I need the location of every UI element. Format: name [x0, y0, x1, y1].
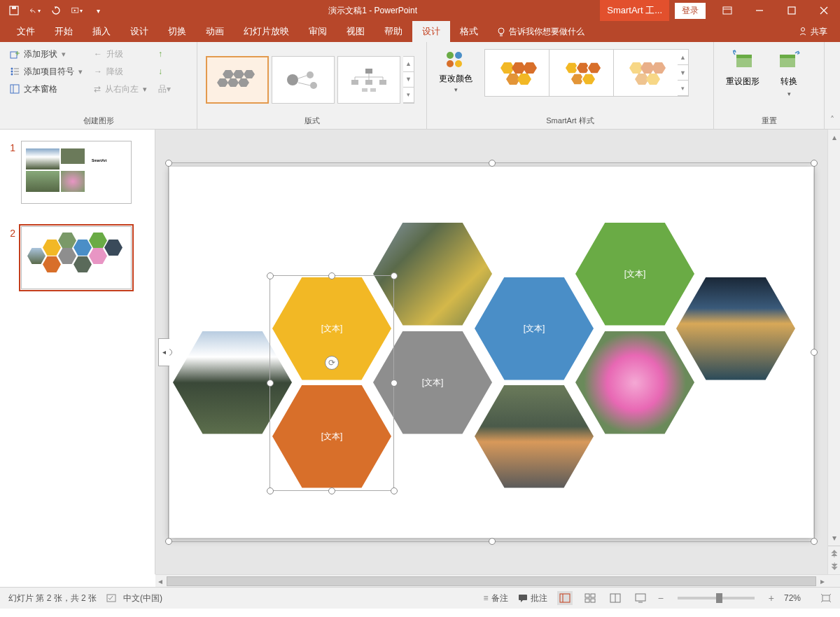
rtl-button: ⇄从右向左▾ [91, 81, 150, 97]
bullet-icon [10, 67, 20, 76]
rtl-label: 从右向左 [105, 83, 139, 95]
tab-transitions[interactable]: 切换 [158, 21, 196, 42]
share-button[interactable]: 共享 [785, 26, 840, 38]
slideshow-view-icon[interactable] [633, 591, 648, 605]
tab-insert[interactable]: 插入 [83, 21, 120, 42]
style-1[interactable] [484, 49, 549, 97]
language-status[interactable]: 中文(中国) [123, 592, 162, 604]
demote-button: →降级 [91, 64, 150, 79]
slide-thumbnails: 1 SmartArt 2 [0, 130, 155, 574]
tab-design[interactable]: 设计 [120, 21, 158, 42]
vertical-scrollbar[interactable]: ▴ ▾ ⯭ ⯯ [827, 130, 840, 574]
add-shape-label: 添加形状 [24, 48, 57, 60]
zoom-value[interactable]: 72% [784, 593, 811, 603]
tab-file[interactable]: 文件 [7, 21, 45, 42]
layout-hierarchy[interactable] [337, 56, 400, 104]
login-button[interactable]: 登录 [675, 3, 706, 19]
tab-review[interactable]: 审阅 [299, 21, 337, 42]
minimize-icon[interactable] [743, 0, 776, 21]
svg-rect-38 [379, 80, 386, 85]
maximize-icon[interactable] [776, 0, 808, 21]
ribbon: 添加形状▾ 添加项目符号▾ 文本窗格 ←升级 →降级 ⇄从右向左▾ ↑ ↓ 品▾… [0, 42, 840, 130]
zoom-out-icon[interactable]: − [658, 592, 664, 604]
group-create-graphic: 添加形状▾ 添加项目符号▾ 文本窗格 ←升级 →降级 ⇄从右向左▾ ↑ ↓ 品▾… [0, 42, 197, 129]
spellcheck-icon[interactable] [106, 593, 118, 603]
redo-icon[interactable] [50, 5, 62, 16]
comments-label: 批注 [531, 592, 547, 604]
slide[interactable]: ◂ [文本] [文本] [文本] [文本] [文本] ⟳ [169, 167, 813, 538]
share-label: 共享 [811, 26, 827, 38]
svg-rect-22 [10, 85, 19, 93]
svg-rect-71 [560, 594, 570, 602]
rotate-handle-icon[interactable]: ⟳ [325, 356, 339, 370]
svg-rect-36 [351, 80, 358, 85]
reset-graphic-button[interactable]: 重设图形 [722, 49, 763, 88]
slide-thumb-1[interactable]: SmartArt [21, 141, 132, 204]
status-bar: 幻灯片 第 2 张，共 2 张 中文(中国) ≡备注 批注 − + 72% [0, 587, 840, 609]
convert-label: 转换 [780, 76, 797, 88]
svg-line-33 [298, 76, 307, 78]
svg-rect-13 [10, 52, 17, 58]
undo-icon[interactable]: ▾ [29, 5, 41, 16]
slide-canvas[interactable]: ◂ [文本] [文本] [文本] [文本] [文本] ⟳ [155, 130, 827, 574]
style-2[interactable] [549, 49, 613, 97]
layout-cycle[interactable] [272, 56, 335, 104]
hex-green-text: [文本] [624, 268, 646, 280]
svg-point-12 [802, 28, 805, 32]
save-icon[interactable] [8, 5, 20, 16]
tab-home[interactable]: 开始 [45, 21, 83, 42]
zoom-slider[interactable] [678, 597, 755, 599]
layout-hexagon[interactable] [206, 56, 269, 104]
tab-animations[interactable]: 动画 [196, 21, 234, 42]
svg-point-32 [310, 82, 317, 89]
styles-scroll[interactable]: ▲▼▾ [678, 49, 689, 97]
group-smartart-styles: 更改颜色 ▾ ▲▼▾ SmartArt 样式 [427, 42, 714, 129]
normal-view-icon[interactable] [557, 591, 573, 605]
customize-qat-icon[interactable]: ▾ [92, 5, 104, 16]
style-3[interactable] [613, 49, 678, 97]
collapse-ribbon-icon[interactable]: ˄ [825, 42, 840, 129]
fit-to-window-icon[interactable] [820, 593, 832, 603]
convert-icon [777, 49, 801, 73]
reading-view-icon[interactable] [608, 591, 623, 605]
title-right: SmartArt 工... 登录 [600, 0, 840, 21]
start-from-beginning-icon[interactable]: ▾ [71, 5, 83, 16]
change-colors-label: 更改颜色 [439, 74, 472, 83]
add-shape-button[interactable]: 添加形状▾ [7, 46, 85, 62]
svg-marker-28 [238, 78, 249, 87]
title-bar: ▾ ▾ ▾ 演示文稿1 - PowerPoint SmartArt 工... 登… [0, 0, 840, 21]
tab-smartart-design[interactable]: 设计 [412, 21, 450, 42]
move-down-button[interactable]: ↓ [155, 64, 174, 79]
notes-label: 备注 [491, 592, 508, 604]
change-colors-button[interactable]: 更改颜色 ▾ [431, 45, 480, 97]
add-bullet-button[interactable]: 添加项目符号▾ [7, 64, 85, 79]
svg-rect-81 [822, 595, 830, 601]
ribbon-display-options-icon[interactable] [711, 0, 743, 21]
text-pane-button[interactable]: 文本窗格 [7, 81, 85, 97]
zoom-in-icon[interactable]: + [769, 592, 774, 604]
demote-label: 降级 [106, 66, 123, 78]
slide-thumb-2[interactable] [21, 226, 132, 289]
convert-button[interactable]: 转换▾ [769, 49, 809, 97]
tab-view[interactable]: 视图 [337, 21, 374, 42]
layouts-scroll[interactable]: ▲▼▾ [403, 56, 414, 104]
share-icon [798, 27, 808, 36]
comments-button[interactable]: 批注 [518, 592, 547, 604]
group-styles-label: SmartArt 样式 [431, 114, 709, 127]
tab-slideshow[interactable]: 幻灯片放映 [234, 21, 299, 42]
svg-marker-25 [233, 70, 244, 78]
move-up-button: ↑ [155, 46, 174, 62]
promote-label: 升级 [106, 48, 123, 60]
close-icon[interactable] [808, 0, 840, 21]
tab-help[interactable]: 帮助 [374, 21, 412, 42]
smartart-tools-tab[interactable]: SmartArt 工... [600, 0, 669, 21]
slide-sorter-icon[interactable] [582, 591, 598, 605]
horizontal-scrollbar[interactable]: ◂ ▸ [155, 574, 840, 587]
change-colors-icon [443, 49, 468, 71]
slide-position[interactable]: 幻灯片 第 2 张，共 2 张 [8, 592, 97, 604]
notes-button[interactable]: ≡备注 [484, 592, 508, 604]
tell-me-search[interactable]: 告诉我你想要做什么 [488, 26, 593, 38]
svg-marker-54 [523, 62, 537, 74]
text-pane-expand-icon[interactable]: ◂ [158, 338, 169, 366]
tab-smartart-format[interactable]: 格式 [450, 21, 488, 42]
